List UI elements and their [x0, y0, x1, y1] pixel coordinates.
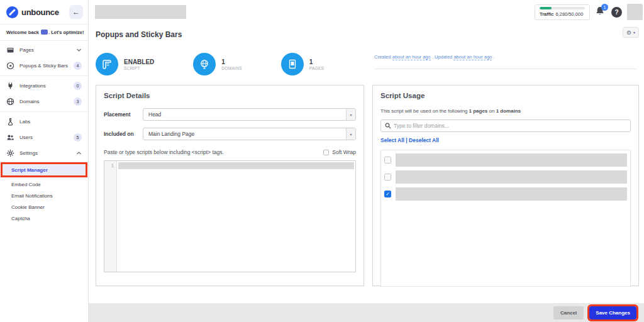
script-details-title: Script Details — [104, 92, 356, 99]
script-options-button[interactable]: ⚙ ▾ — [623, 27, 639, 38]
domain-row — [384, 153, 627, 167]
paste-hint-text: Paste or type scripts below including <s… — [104, 149, 323, 155]
chevron-down-icon: ▾ — [633, 30, 635, 35]
script-usage-panel: Script Usage This script will be used on… — [372, 85, 639, 286]
editor-line-numbers: 1 — [104, 161, 117, 272]
domain-checkbox[interactable] — [384, 174, 391, 180]
pages-icon — [6, 46, 14, 54]
sidebar-item-settings[interactable]: Settings — [0, 145, 88, 161]
script-stats: ENABLED SCRIPT 1 DOMAINS 1 P — [96, 53, 324, 75]
created-time-link[interactable]: about an hour ago — [392, 54, 431, 60]
link-separator: | — [404, 137, 409, 143]
domain-filter-input[interactable] — [394, 123, 626, 129]
stat-label: DOMAINS — [221, 66, 242, 70]
sidebar-divider — [0, 75, 88, 76]
traffic-progress-fill — [540, 7, 552, 9]
gear-icon: ⚙ — [626, 30, 631, 36]
stat-label: SCRIPT — [124, 66, 154, 70]
domain-row — [384, 170, 627, 184]
domain-checkbox[interactable] — [384, 157, 391, 164]
select-all-link[interactable]: Select All — [380, 137, 404, 143]
sidebar-item-embed-code[interactable]: Embed Code — [0, 179, 88, 190]
domain-filter-field[interactable] — [380, 119, 631, 132]
collapse-sidebar-button[interactable]: ← — [69, 5, 83, 19]
usage-sentence: This script will be used on the followin… — [380, 108, 631, 114]
redacted-breadcrumb — [95, 5, 186, 19]
stat-pages: 1 PAGES — [281, 53, 324, 75]
notifications-button[interactable]: 1 — [595, 6, 606, 18]
notification-count-badge: 1 — [601, 4, 608, 11]
sidebar-item-cookie-banner[interactable]: Cookie Banner — [0, 201, 88, 213]
welcome-message: Welcome back . Let's optimize! — [0, 24, 88, 41]
app-window: unbounce ← Welcome back . Let's optimize… — [0, 0, 644, 322]
domain-row: ✓ — [384, 187, 627, 201]
search-icon — [385, 123, 391, 129]
redacted-domain-name — [396, 187, 627, 201]
script-details-panel: Script Details Placement Head ▾ Included… — [96, 85, 364, 286]
popups-count-badge: 4 — [74, 62, 82, 70]
avatar[interactable] — [627, 4, 643, 20]
soft-wrap-label: Soft Wrap — [332, 149, 356, 155]
chevron-down-icon: ▾ — [346, 128, 355, 140]
soft-wrap-checkbox[interactable] — [323, 150, 329, 155]
sidebar-item-pages[interactable]: Pages — [0, 42, 88, 58]
included-on-select[interactable]: Main Landing Page ▾ — [143, 128, 356, 140]
usage-pages-count: 1 pages — [469, 108, 488, 114]
timestamps: Created about an hour ago . Updated abou… — [374, 54, 637, 69]
sidebar-item-email-notifications[interactable]: Email Notifications — [0, 190, 88, 201]
welcome-suffix: . Let's optimize! — [48, 30, 84, 35]
unbounce-logo-text: unbounce — [21, 8, 69, 17]
deselect-all-link[interactable]: Deselect All — [409, 137, 439, 143]
redacted-domain-name — [396, 153, 627, 167]
help-button[interactable]: ? — [611, 7, 622, 18]
sidebar-item-label: Pages — [19, 47, 76, 53]
selection-links: Select All | Deselect All — [380, 137, 631, 143]
redacted-user-name — [41, 30, 48, 35]
redacted-script-line — [118, 162, 354, 169]
traffic-usage-widget[interactable]: Traffic6,280/50,000 — [535, 4, 590, 20]
main-content: Popups and Sticky Bars ⚙ ▾ ENABLED SCRIP… — [89, 24, 644, 303]
topbar: Traffic6,280/50,000 1 ? — [89, 0, 644, 24]
sidebar-item-domains[interactable]: Domains 3 — [0, 94, 88, 109]
included-on-label: Included on — [104, 131, 143, 137]
stat-script-status: ENABLED SCRIPT — [96, 53, 154, 75]
sidebar-nav: Pages Popups & Sticky Bars 4 Integration… — [0, 41, 88, 224]
save-changes-button[interactable]: Save Changes — [589, 306, 636, 319]
updated-time-link[interactable]: about an hour ago — [453, 54, 492, 60]
sidebar-item-users[interactable]: Users 5 — [0, 130, 88, 145]
usage-domains-count: 1 domains — [496, 108, 521, 114]
placement-select[interactable]: Head ▾ — [143, 108, 356, 121]
sidebar-item-label: Domains — [19, 99, 74, 104]
stat-domains: 1 DOMAINS — [193, 53, 242, 75]
sidebar-item-popups-sticky-bars[interactable]: Popups & Sticky Bars 4 — [0, 58, 88, 74]
created-label: Created — [374, 54, 392, 60]
gear-icon — [6, 149, 14, 157]
page-icon — [281, 53, 304, 75]
placement-value: Head — [143, 111, 346, 118]
soft-wrap-toggle[interactable]: Soft Wrap — [323, 149, 356, 155]
redacted-domain-name — [396, 170, 627, 184]
paste-hint-row: Paste or type scripts below including <s… — [104, 149, 356, 155]
users-count-badge: 5 — [74, 133, 82, 142]
sidebar-item-label: Users — [19, 135, 74, 140]
domains-count-badge: 3 — [74, 97, 82, 106]
globe-icon — [6, 97, 14, 106]
sidebar-item-script-manager[interactable]: Script Manager — [2, 164, 86, 176]
footer-action-bar: Cancel Save Changes — [89, 303, 644, 322]
sidebar-item-integrations[interactable]: Integrations 0 — [0, 78, 88, 94]
sidebar-item-captcha[interactable]: Captcha — [0, 213, 88, 224]
topbar-actions: Traffic6,280/50,000 1 ? — [535, 0, 643, 24]
settings-subnav: Script Manager Embed Code Email Notifica… — [0, 164, 88, 224]
traffic-progress-bar — [540, 7, 585, 9]
editor-code-area[interactable] — [117, 161, 355, 272]
script-code-editor[interactable]: 1 — [104, 160, 356, 272]
traffic-text: Traffic6,280/50,000 — [540, 11, 585, 17]
domain-checkbox[interactable]: ✓ — [384, 191, 391, 197]
cancel-button[interactable]: Cancel — [553, 306, 584, 319]
sidebar-item-labs[interactable]: Labs — [0, 114, 88, 130]
plug-icon — [6, 82, 14, 90]
stat-value: ENABLED — [124, 58, 154, 66]
globe-icon — [193, 53, 216, 75]
popups-icon — [6, 62, 14, 70]
sidebar-divider — [0, 111, 88, 112]
